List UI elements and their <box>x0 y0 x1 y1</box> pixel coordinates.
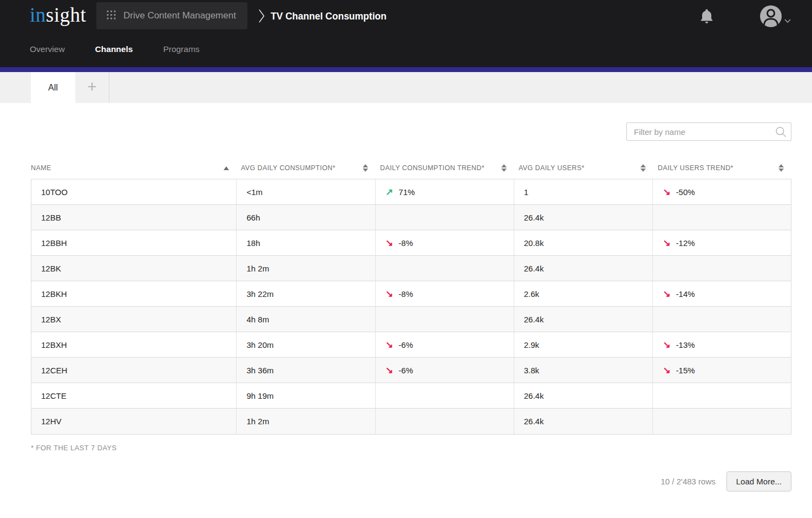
cell-avg-daily-consumption: 66h <box>237 205 376 230</box>
cell-daily-consumption-trend: ↘-6% <box>376 332 514 357</box>
table-row[interactable]: 12BXH3h 20m↘-6%2.9k↘-13% <box>31 332 791 358</box>
column-header-avg-daily-consumption[interactable]: AVG DAILY CONSUMPTION* <box>237 164 376 172</box>
cell-avg-daily-consumption: <1m <box>237 179 376 204</box>
trend-value: -8% <box>398 238 413 248</box>
trend-down-icon: ↘ <box>663 340 670 349</box>
user-menu-button[interactable] <box>759 5 791 29</box>
column-header-daily-users-trend[interactable]: DAILY USERS TREND* <box>653 164 791 172</box>
nav-item-channels[interactable]: Channels <box>95 44 133 54</box>
trend-down-icon: ↘ <box>663 187 670 197</box>
cell-avg-daily-users: 2.9k <box>514 332 653 357</box>
cell-daily-consumption-trend <box>376 256 514 281</box>
cell-avg-daily-consumption: 18h <box>237 230 376 255</box>
table-row[interactable]: 12CEH3h 36m↘-6%3.8k↘-15% <box>31 358 791 383</box>
trend-value: -13% <box>676 340 695 349</box>
cell-daily-consumption-trend <box>376 205 514 230</box>
table-row[interactable]: 10TOO<1m↗71%1↘-50% <box>31 179 791 205</box>
table-row[interactable]: 12CTE9h 19m26.4k <box>31 383 791 409</box>
cell-daily-users-trend <box>653 307 791 332</box>
table-row[interactable]: 12BKH3h 22m↘-8%2.6k↘-14% <box>31 281 791 307</box>
cell-avg-daily-users: 1 <box>514 179 653 204</box>
cell-daily-consumption-trend: ↘-6% <box>376 358 514 383</box>
column-label: AVG DAILY USERS* <box>519 164 585 172</box>
filter-by-name-input[interactable] <box>626 122 791 141</box>
cell-daily-consumption-trend: ↘-8% <box>376 281 514 306</box>
cell-daily-users-trend: ↘-50% <box>653 179 791 204</box>
cell-daily-users-trend: ↘-12% <box>653 230 791 255</box>
nav-item-programs[interactable]: Programs <box>163 44 199 54</box>
sort-icon <box>778 164 784 172</box>
trend-down-icon: ↘ <box>663 366 670 375</box>
notifications-button[interactable] <box>699 8 714 26</box>
cell-daily-users-trend: ↘-13% <box>653 332 791 357</box>
cell-name: 12BB <box>31 205 237 230</box>
tab-all[interactable]: All <box>31 72 75 103</box>
trend-value: -14% <box>676 289 695 299</box>
plus-icon: + <box>87 79 97 95</box>
cell-daily-consumption-trend: ↗71% <box>376 179 514 204</box>
app-switcher-label: Drive Content Management <box>123 10 236 21</box>
sort-icon <box>363 164 368 172</box>
column-label: DAILY CONSUMPTION TREND* <box>380 164 484 172</box>
cell-avg-daily-consumption: 4h 8m <box>237 307 376 332</box>
avatar-icon <box>759 5 782 29</box>
column-header-daily-consumption-trend[interactable]: DAILY CONSUMPTION TREND* <box>376 164 514 172</box>
cell-daily-consumption-trend <box>376 307 514 332</box>
cell-avg-daily-users: 3.8k <box>514 358 653 383</box>
filter-box <box>626 122 791 141</box>
trend-value: -12% <box>676 238 695 248</box>
main-nav: Overview Channels Programs <box>30 44 200 54</box>
table-footnote: * FOR THE LAST 7 DAYS <box>31 444 791 452</box>
table-row[interactable]: 12BX4h 8m26.4k <box>31 307 791 332</box>
column-label: AVG DAILY CONSUMPTION* <box>241 164 336 172</box>
tab-strip-spacer <box>0 72 31 103</box>
logo-text-sight: sight <box>46 4 86 26</box>
cell-avg-daily-consumption: 9h 19m <box>237 383 376 408</box>
cell-name: 12CTE <box>31 383 237 408</box>
table-row[interactable]: 12BK1h 2m26.4k <box>31 256 791 281</box>
cell-avg-daily-users: 20.8k <box>514 230 653 255</box>
app-header: insight Drive Content Management TV Chan… <box>0 0 812 67</box>
cell-avg-daily-users: 26.4k <box>514 205 653 230</box>
column-label: DAILY USERS TREND* <box>658 164 734 172</box>
cell-avg-daily-consumption: 1h 2m <box>237 256 376 281</box>
sort-icon <box>640 164 646 172</box>
column-label: NAME <box>31 164 51 172</box>
cell-daily-users-trend: ↘-15% <box>653 358 791 383</box>
table-row[interactable]: 12BBH18h↘-8%20.8k↘-12% <box>31 230 791 256</box>
column-header-name[interactable]: NAME <box>31 164 237 172</box>
filter-row <box>31 122 791 141</box>
add-tab-button[interactable]: + <box>75 72 109 103</box>
cell-name: 12BX <box>31 307 237 332</box>
trend-down-icon: ↘ <box>385 366 393 375</box>
trend-value: 71% <box>398 187 415 197</box>
trend-value: -15% <box>676 366 695 375</box>
logo-text-in: in <box>30 4 46 26</box>
trend-value: -8% <box>398 289 413 299</box>
load-more-button[interactable]: Load More... <box>726 471 791 491</box>
table-row[interactable]: 12HV1h 2m26.4k <box>31 409 791 434</box>
nav-item-overview[interactable]: Overview <box>30 44 65 54</box>
trend-value: -50% <box>676 187 695 197</box>
cell-daily-users-trend <box>653 383 791 408</box>
cell-daily-users-trend <box>653 205 791 230</box>
accent-bar <box>0 67 812 72</box>
cell-name: 12HV <box>31 409 237 434</box>
channels-table: 10TOO<1m↗71%1↘-50%12BB66h26.4k12BBH18h↘-… <box>31 179 791 435</box>
trend-down-icon: ↘ <box>385 340 393 349</box>
bell-icon <box>699 18 714 26</box>
cell-daily-consumption-trend: ↘-8% <box>376 230 514 255</box>
cell-avg-daily-users: 26.4k <box>514 307 653 332</box>
insight-logo[interactable]: insight <box>30 3 86 27</box>
cell-name: 12CEH <box>31 358 237 383</box>
table-row[interactable]: 12BB66h26.4k <box>31 205 791 230</box>
app-switcher-button[interactable]: Drive Content Management <box>96 2 247 29</box>
chevron-down-icon <box>784 17 791 25</box>
cell-daily-users-trend: ↘-14% <box>653 281 791 306</box>
page-title: TV Channel Consumption <box>271 11 387 22</box>
cell-avg-daily-users: 26.4k <box>514 256 653 281</box>
sort-ascending-icon <box>224 166 229 170</box>
cell-daily-consumption-trend <box>376 383 514 408</box>
cell-daily-users-trend <box>653 256 791 281</box>
column-header-avg-daily-users[interactable]: AVG DAILY USERS* <box>514 164 653 172</box>
